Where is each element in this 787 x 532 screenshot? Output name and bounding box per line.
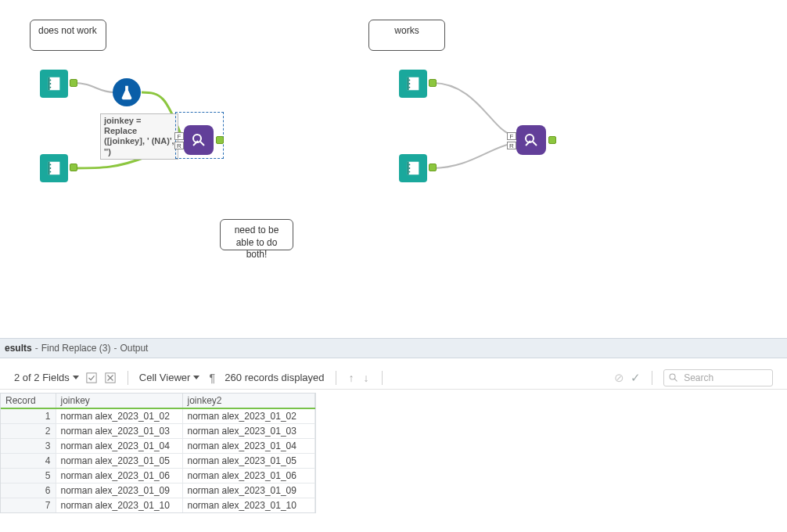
svg-point-5: [50, 164, 52, 166]
input-anchor-f[interactable]: F: [174, 132, 184, 140]
cell-joinkey2[interactable]: norman alex_2023_01_10: [182, 498, 315, 513]
cell-joinkey[interactable]: norman alex_2023_01_10: [56, 498, 182, 513]
formula-node[interactable]: [113, 78, 141, 106]
svg-point-12: [409, 80, 411, 81]
svg-line-27: [674, 379, 677, 381]
comment-need-both[interactable]: need to be able to do both!: [220, 219, 293, 250]
book-icon: [45, 75, 63, 92]
cell-record[interactable]: 5: [1, 469, 56, 483]
cell-record[interactable]: 1: [1, 408, 56, 424]
separator: [128, 371, 128, 385]
cell-joinkey[interactable]: norman alex_2023_01_04: [56, 439, 182, 454]
cell-joinkey2[interactable]: norman alex_2023_01_03: [182, 424, 315, 439]
separator: [652, 371, 652, 385]
output-port[interactable]: [216, 136, 224, 144]
table-row[interactable]: 4norman alex_2023_01_05norman alex_2023_…: [1, 454, 315, 469]
cell-joinkey[interactable]: norman alex_2023_01_03: [56, 424, 182, 439]
svg-line-20: [533, 142, 537, 146]
results-panel-header[interactable]: esults - Find Replace (3) - Output: [0, 338, 787, 358]
table-row[interactable]: 3norman alex_2023_01_04norman alex_2023_…: [1, 439, 315, 454]
separator: [382, 371, 383, 385]
cell-joinkey2[interactable]: norman alex_2023_01_05: [182, 454, 315, 469]
macro-input-node[interactable]: [399, 154, 427, 182]
cell-joinkey2[interactable]: norman alex_2023_01_09: [182, 483, 315, 498]
pilcrow-icon[interactable]: ¶: [206, 372, 218, 384]
table-row[interactable]: 5norman alex_2023_01_06norman alex_2023_…: [1, 469, 315, 483]
output-port[interactable]: [429, 164, 437, 171]
comment-does-not-work[interactable]: does not work: [30, 20, 106, 51]
arrow-down-icon[interactable]: ↓: [362, 372, 371, 384]
output-port[interactable]: [70, 164, 77, 171]
macro-input-node[interactable]: [40, 70, 68, 98]
cell-joinkey2[interactable]: norman alex_2023_01_04: [182, 439, 315, 454]
output-port[interactable]: [70, 79, 77, 87]
svg-rect-4: [49, 162, 50, 175]
cell-viewer-label: Cell Viewer: [139, 372, 191, 383]
table-row[interactable]: 7norman alex_2023_01_10norman alex_2023_…: [1, 498, 315, 513]
svg-point-7: [50, 171, 52, 173]
svg-rect-15: [408, 162, 409, 175]
chevron-down-icon: [193, 376, 199, 379]
table-row[interactable]: 6norman alex_2023_01_09norman alex_2023_…: [1, 483, 315, 498]
book-icon: [45, 160, 63, 177]
find-replace-icon: [189, 131, 208, 149]
no-entry-icon[interactable]: ⊘: [614, 371, 624, 385]
col-header-joinkey2[interactable]: joinkey2: [182, 394, 315, 408]
cell-joinkey2[interactable]: norman alex_2023_01_06: [182, 469, 315, 483]
records-label: 260 records displayed: [225, 372, 324, 383]
comment-works[interactable]: works: [368, 20, 445, 51]
cell-record[interactable]: 6: [1, 483, 56, 498]
output-port[interactable]: [429, 79, 437, 87]
comment-text: does not work: [38, 25, 97, 38]
input-anchor-f[interactable]: F: [507, 132, 516, 140]
cell-joinkey[interactable]: norman alex_2023_01_09: [56, 483, 182, 498]
svg-point-13: [409, 83, 411, 84]
col-header-joinkey[interactable]: joinkey: [56, 394, 182, 408]
svg-point-18: [409, 171, 411, 173]
search-icon: [669, 372, 677, 383]
results-table[interactable]: Record joinkey joinkey2 1norman alex_202…: [0, 393, 316, 513]
cell-record[interactable]: 3: [1, 439, 56, 454]
cell-joinkey2[interactable]: norman alex_2023_01_02: [182, 408, 315, 424]
metadata-toggle-icon[interactable]: [85, 372, 98, 384]
search-box[interactable]: [663, 369, 773, 386]
output-port[interactable]: [548, 136, 556, 144]
find-replace-node[interactable]: [516, 125, 546, 155]
cell-joinkey[interactable]: norman alex_2023_01_02: [56, 408, 182, 424]
arrow-up-icon[interactable]: ↑: [347, 372, 356, 384]
col-header-record[interactable]: Record: [1, 394, 56, 408]
svg-rect-11: [408, 77, 409, 91]
cell-record[interactable]: 2: [1, 424, 56, 439]
macro-input-node[interactable]: [40, 154, 68, 182]
fields-label: 2 of 2 Fields: [14, 372, 70, 383]
book-icon: [404, 160, 422, 177]
cell-record[interactable]: 7: [1, 498, 56, 513]
svg-point-14: [409, 87, 411, 88]
svg-rect-0: [49, 77, 50, 91]
formula-annotation: joinkey = Replace ([joinkey], ' (NA)', '…: [100, 113, 178, 160]
cell-joinkey[interactable]: norman alex_2023_01_05: [56, 454, 182, 469]
cell-joinkey[interactable]: norman alex_2023_01_06: [56, 469, 182, 483]
svg-point-2: [50, 83, 52, 84]
annotation-text: joinkey = Replace ([joinkey], ' (NA)', '…: [104, 116, 174, 156]
comment-text: need to be able to do both!: [235, 225, 279, 260]
macro-input-node[interactable]: [399, 70, 427, 98]
input-anchor-r[interactable]: R: [174, 142, 184, 149]
results-tool-name: Find Replace (3): [41, 343, 111, 354]
svg-point-6: [50, 167, 52, 169]
workflow-canvas[interactable]: does not work works need to be able to d…: [0, 0, 787, 329]
check-icon[interactable]: ✓: [631, 371, 641, 385]
find-replace-node[interactable]: [184, 125, 214, 155]
clear-icon[interactable]: [104, 372, 117, 384]
find-replace-icon: [522, 131, 541, 149]
fields-dropdown[interactable]: 2 of 2 Fields: [14, 372, 79, 383]
cell-record[interactable]: 4: [1, 454, 56, 469]
svg-point-17: [409, 167, 411, 169]
table-row[interactable]: 1norman alex_2023_01_02norman alex_2023_…: [1, 408, 315, 424]
flask-icon: [118, 84, 135, 101]
table-row[interactable]: 2norman alex_2023_01_03norman alex_2023_…: [1, 424, 315, 439]
svg-point-16: [409, 164, 411, 166]
search-input[interactable]: [682, 372, 767, 384]
input-anchor-r[interactable]: R: [507, 142, 516, 149]
cell-viewer-dropdown[interactable]: Cell Viewer: [139, 372, 200, 383]
